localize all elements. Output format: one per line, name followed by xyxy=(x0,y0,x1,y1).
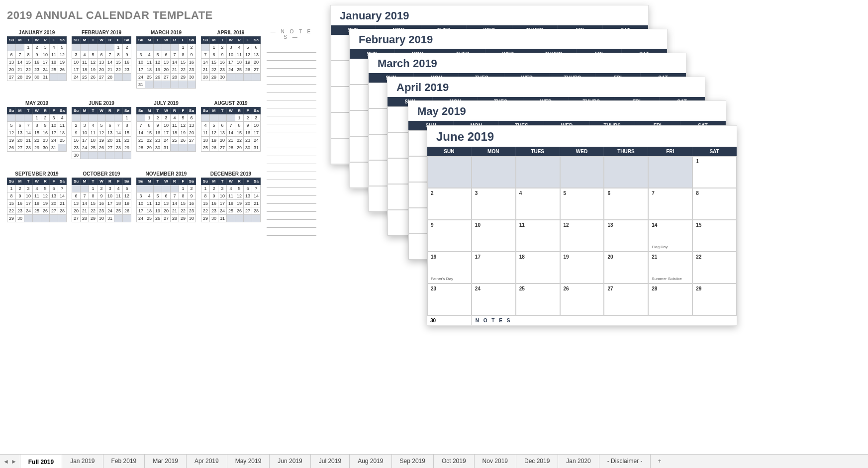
notes-line[interactable] xyxy=(267,132,316,140)
notes-line[interactable] xyxy=(267,196,316,204)
day-cell[interactable] xyxy=(516,156,560,188)
day-cell[interactable]: 5 xyxy=(560,188,604,220)
mini-day-cell: 25 xyxy=(235,66,244,74)
sheet-tab[interactable]: Jan 2020 xyxy=(558,455,599,468)
day-cell[interactable]: 8 xyxy=(692,188,737,220)
day-cell[interactable]: 25 xyxy=(516,283,560,315)
day-number: 10 xyxy=(475,222,512,228)
day-cell[interactable]: 14Flag Day xyxy=(648,220,692,252)
notes-line[interactable] xyxy=(267,53,316,61)
notes-line[interactable] xyxy=(267,220,316,228)
day-cell[interactable]: 4 xyxy=(516,188,560,220)
day-cell[interactable] xyxy=(560,156,604,188)
day-cell[interactable]: 16Father's Day xyxy=(427,252,472,283)
day-cell[interactable]: 11 xyxy=(516,220,560,252)
day-cell[interactable]: 20 xyxy=(604,252,648,283)
mini-day-cell: 7 xyxy=(81,192,89,200)
sheet-tab[interactable]: Jan 2019 xyxy=(62,455,103,468)
notes-line[interactable] xyxy=(267,212,316,220)
day-cell[interactable]: 1 xyxy=(692,156,737,188)
day-cell[interactable]: 7 xyxy=(648,188,692,220)
notes-line[interactable] xyxy=(267,164,316,172)
notes-line[interactable] xyxy=(267,172,316,180)
mini-day-cell xyxy=(227,215,235,222)
day-cell[interactable]: 26 xyxy=(560,283,604,315)
mini-dow-header: W xyxy=(33,107,41,114)
day-cell[interactable]: 24 xyxy=(472,283,516,315)
day-cell[interactable]: 10 xyxy=(472,220,516,252)
day-cell[interactable]: 28 xyxy=(648,283,692,315)
sheet-tab[interactable]: Nov 2019 xyxy=(475,455,516,468)
day-cell[interactable]: 30 xyxy=(427,316,472,325)
notes-line[interactable] xyxy=(267,116,316,124)
mini-day-cell xyxy=(41,215,50,222)
notes-line[interactable] xyxy=(267,204,316,212)
sheet-tab[interactable]: - Disclaimer - xyxy=(599,455,651,468)
sheet-tab[interactable]: Sep 2019 xyxy=(392,455,434,468)
notes-line[interactable] xyxy=(267,148,316,156)
sheet-tab[interactable]: Full 2019 xyxy=(20,455,62,468)
day-cell[interactable]: 17 xyxy=(472,252,516,283)
notes-line[interactable] xyxy=(267,140,316,148)
notes-line[interactable] xyxy=(267,108,316,116)
day-cell[interactable]: 19 xyxy=(560,252,604,283)
mini-dow-header: T xyxy=(218,178,227,185)
mini-day-cell xyxy=(97,152,106,159)
notes-line[interactable] xyxy=(267,45,316,53)
day-cell[interactable]: 29 xyxy=(692,283,737,315)
mini-dow-header: Su xyxy=(7,178,16,185)
notes-line[interactable] xyxy=(267,85,316,93)
day-cell[interactable]: 2 xyxy=(427,188,472,220)
notes-line[interactable] xyxy=(267,124,316,132)
day-cell[interactable]: 6 xyxy=(604,188,648,220)
sheet-tab[interactable]: Oct 2019 xyxy=(434,455,475,468)
notes-line[interactable] xyxy=(267,69,316,77)
day-cell[interactable]: 9 xyxy=(427,220,472,252)
day-cell[interactable]: 23 xyxy=(427,283,472,315)
mini-day-cell: 27 xyxy=(72,215,81,222)
sheet-tab[interactable]: Jun 2019 xyxy=(270,455,310,468)
notes-line[interactable] xyxy=(267,77,316,85)
day-cell[interactable]: 18 xyxy=(516,252,560,283)
tab-scroll-left-icon[interactable]: ◄ xyxy=(3,458,9,465)
day-cell[interactable] xyxy=(648,156,692,188)
day-cell[interactable]: 22 xyxy=(692,252,737,283)
sheet-tab[interactable]: Mar 2019 xyxy=(145,455,187,468)
day-cell[interactable]: 15 xyxy=(692,220,737,252)
mini-day-cell: 1 xyxy=(201,185,210,192)
tab-scroll-right-icon[interactable]: ► xyxy=(11,458,17,465)
mini-dow-header: Su xyxy=(72,178,81,185)
sheet-tab[interactable]: Apr 2019 xyxy=(187,455,227,468)
sheet-tab[interactable]: Aug 2019 xyxy=(350,455,391,468)
day-cell[interactable] xyxy=(472,156,516,188)
mini-day-cell: 29 xyxy=(210,74,218,81)
sheet-tab[interactable]: Feb 2019 xyxy=(103,455,145,468)
notes-line[interactable] xyxy=(267,228,316,236)
mini-day-cell: 21 xyxy=(114,137,123,144)
day-cell[interactable]: 12 xyxy=(560,220,604,252)
mini-month: DECEMBER 2019SuMTWRFSa123456789101112131… xyxy=(201,171,261,222)
sheet-tab[interactable]: Jul 2019 xyxy=(311,455,350,468)
day-cell[interactable]: 27 xyxy=(604,283,648,315)
notes-line[interactable] xyxy=(267,156,316,164)
mini-day-cell: 5 xyxy=(244,44,252,51)
mini-dow-header: R xyxy=(41,107,50,114)
notes-line[interactable] xyxy=(267,61,316,69)
sheet-tab[interactable]: May 2019 xyxy=(227,455,270,468)
day-cell[interactable] xyxy=(427,156,472,188)
add-sheet-button[interactable]: + xyxy=(651,455,668,468)
mini-day-cell: 17 xyxy=(81,137,89,144)
notes-line[interactable] xyxy=(267,180,316,188)
mini-day-cell: 19 xyxy=(154,66,162,74)
mini-day-cell xyxy=(33,215,41,222)
day-cell[interactable]: 21Summer Solstice xyxy=(648,252,692,283)
day-cell[interactable] xyxy=(604,156,648,188)
notes-line[interactable] xyxy=(267,93,316,100)
month-notes-label[interactable]: N O T E S xyxy=(472,316,737,325)
day-cell[interactable]: 13 xyxy=(604,220,648,252)
mini-dow-header: M xyxy=(210,107,218,114)
notes-line[interactable] xyxy=(267,100,316,108)
day-cell[interactable]: 3 xyxy=(472,188,516,220)
sheet-tab[interactable]: Dec 2019 xyxy=(516,455,558,468)
notes-line[interactable] xyxy=(267,188,316,196)
